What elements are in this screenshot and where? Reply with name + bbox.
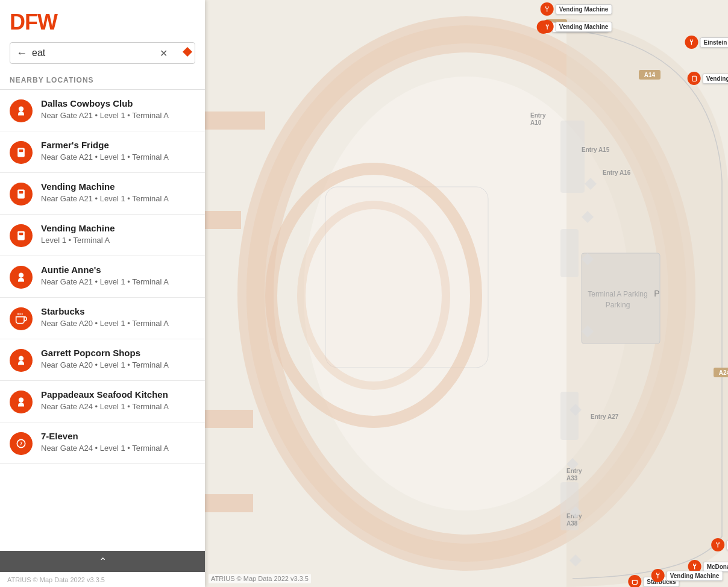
result-detail: Near Gate A24 • Level 1 • Terminal A xyxy=(41,443,195,454)
result-info: Farmer's Fridge Near Gate A21 • Level 1 … xyxy=(41,140,195,163)
svg-rect-28 xyxy=(560,229,579,277)
result-icon xyxy=(10,224,33,247)
result-icon xyxy=(10,141,33,164)
map-pin[interactable]: Lorena Garcia Tapas y Cocina xyxy=(711,538,728,551)
result-icon: 7 xyxy=(10,432,33,455)
svg-text:A24: A24 xyxy=(719,369,728,376)
svg-text:Terminal A Parking: Terminal A Parking xyxy=(588,290,647,298)
result-icon xyxy=(10,349,33,372)
map-attribution: ATRIUS © Map Data 2022 v3.3.5 xyxy=(209,574,311,583)
svg-rect-31 xyxy=(582,253,660,344)
svg-text:A33: A33 xyxy=(566,475,578,482)
sidebar: DFW ← ✕ NEARBY LOCATIONS Dallas Cowboys … xyxy=(0,0,205,587)
map-pin[interactable]: Vending Machine xyxy=(541,2,612,16)
list-item[interactable]: Vending Machine Near Gate A21 • Level 1 … xyxy=(0,173,205,215)
result-info: Garrett Popcorn Shops Near Gate A20 • Le… xyxy=(41,348,195,371)
svg-rect-6 xyxy=(17,231,25,240)
list-item[interactable]: Vending Machine Level 1 • Terminal A xyxy=(0,215,205,256)
svg-rect-24 xyxy=(205,494,253,512)
svg-rect-83 xyxy=(692,76,695,81)
svg-rect-7 xyxy=(19,233,24,235)
result-name: Vending Machine xyxy=(41,223,195,233)
result-info: 7-Eleven Near Gate A24 • Level 1 • Termi… xyxy=(41,431,195,454)
map-pin[interactable]: Vending Machine xyxy=(541,20,612,33)
result-info: Starbucks Near Gate A20 • Level 1 • Term… xyxy=(41,306,195,329)
app-logo: DFW xyxy=(10,10,195,35)
result-detail: Level 1 • Terminal A xyxy=(41,235,195,246)
result-detail: Near Gate A20 • Level 1 • Terminal A xyxy=(41,318,195,329)
result-icon xyxy=(10,307,33,330)
svg-rect-23 xyxy=(205,410,253,428)
result-detail: Near Gate A21 • Level 1 • Terminal A xyxy=(41,110,195,121)
result-detail: Near Gate A21 • Level 1 • Terminal A xyxy=(41,277,195,287)
list-item[interactable]: Garrett Popcorn Shops Near Gate A20 • Le… xyxy=(0,339,205,381)
svg-text:A10: A10 xyxy=(530,119,542,126)
svg-rect-22 xyxy=(205,211,241,229)
svg-marker-0 xyxy=(183,47,192,57)
result-detail: Near Gate A21 • Level 1 • Terminal A xyxy=(41,193,195,204)
list-item[interactable]: Starbucks Near Gate A20 • Level 1 • Term… xyxy=(0,298,205,339)
map-pin[interactable]: Einstein Bros Bagels xyxy=(685,36,728,49)
list-item[interactable]: Farmer's Fridge Near Gate A21 • Level 1 … xyxy=(0,131,205,173)
svg-text:A38: A38 xyxy=(566,520,578,527)
svg-rect-3 xyxy=(19,149,24,152)
svg-text:Entry A15: Entry A15 xyxy=(582,146,610,153)
result-info: Vending Machine Near Gate A21 • Level 1 … xyxy=(41,181,195,204)
search-input[interactable] xyxy=(32,48,152,58)
svg-rect-27 xyxy=(560,121,585,193)
svg-point-8 xyxy=(19,273,24,278)
result-detail: Near Gate A24 • Level 1 • Terminal A xyxy=(41,401,195,412)
result-name: 7-Eleven xyxy=(41,431,195,441)
list-item[interactable]: Pappadeaux Seafood Kitchen Near Gate A24… xyxy=(0,381,205,422)
sidebar-header: DFW ← ✕ xyxy=(0,0,205,70)
result-name: Pappadeaux Seafood Kitchen xyxy=(41,389,195,400)
result-icon xyxy=(10,99,33,122)
result-detail: Near Gate A21 • Level 1 • Terminal A xyxy=(41,152,195,163)
svg-rect-21 xyxy=(205,111,265,130)
svg-text:P: P xyxy=(654,289,659,298)
result-name: Farmer's Fridge xyxy=(41,140,195,150)
svg-text:Entry A27: Entry A27 xyxy=(591,413,619,420)
svg-text:Entry: Entry xyxy=(530,112,546,119)
directions-button[interactable] xyxy=(180,46,195,60)
result-icon xyxy=(10,266,33,289)
svg-text:A14: A14 xyxy=(644,72,656,78)
map-pin[interactable]: Vending Machine xyxy=(688,72,728,85)
result-icon xyxy=(10,183,33,206)
result-info: Vending Machine Level 1 • Terminal A xyxy=(41,223,195,246)
result-icon xyxy=(10,391,33,413)
back-button[interactable]: ← xyxy=(16,47,27,60)
sidebar-footer: ATRIUS © Map Data 2022 v3.3.5 xyxy=(0,572,205,587)
svg-rect-4 xyxy=(17,190,25,199)
result-info: Pappadeaux Seafood Kitchen Near Gate A24… xyxy=(41,389,195,412)
list-item[interactable]: Auntie Anne's Near Gate A21 • Level 1 • … xyxy=(0,256,205,298)
result-info: Auntie Anne's Near Gate A21 • Level 1 • … xyxy=(41,265,195,287)
result-detail: Near Gate A20 • Level 1 • Terminal A xyxy=(41,360,195,371)
svg-text:Entry: Entry xyxy=(566,468,582,474)
svg-point-13 xyxy=(19,398,24,403)
scroll-up-button[interactable]: ⌃ xyxy=(0,551,205,572)
result-name: Vending Machine xyxy=(41,181,195,192)
svg-point-12 xyxy=(19,356,24,361)
search-bar: ← ✕ xyxy=(10,42,195,64)
map-pin[interactable]: Vending Machine xyxy=(651,569,723,582)
result-name: Dallas Cowboys Club xyxy=(41,98,195,108)
result-name: Auntie Anne's xyxy=(41,265,195,275)
result-name: Starbucks xyxy=(41,306,195,316)
result-name: Garrett Popcorn Shops xyxy=(41,348,195,358)
results-list: Dallas Cowboys Club Near Gate A21 • Leve… xyxy=(0,90,205,551)
svg-text:Entry A16: Entry A16 xyxy=(603,169,631,176)
list-item[interactable]: Dallas Cowboys Club Near Gate A21 • Leve… xyxy=(0,90,205,131)
svg-point-1 xyxy=(19,107,24,111)
svg-rect-5 xyxy=(19,191,24,193)
clear-button[interactable]: ✕ xyxy=(157,48,170,59)
svg-rect-29 xyxy=(560,392,579,440)
svg-text:7: 7 xyxy=(20,441,23,447)
svg-text:Parking: Parking xyxy=(606,301,630,309)
nearby-label: NEARBY LOCATIONS xyxy=(0,70,205,90)
list-item[interactable]: 7 7-Eleven Near Gate A24 • Level 1 • Ter… xyxy=(0,422,205,464)
map-area[interactable]: Terminal A Parking Parking P Entry A10 E… xyxy=(205,0,728,587)
chevron-up-icon: ⌃ xyxy=(99,556,107,567)
result-info: Dallas Cowboys Club Near Gate A21 • Leve… xyxy=(41,98,195,121)
attrib-text: ATRIUS © Map Data 2022 v3.3.5 xyxy=(7,576,105,583)
